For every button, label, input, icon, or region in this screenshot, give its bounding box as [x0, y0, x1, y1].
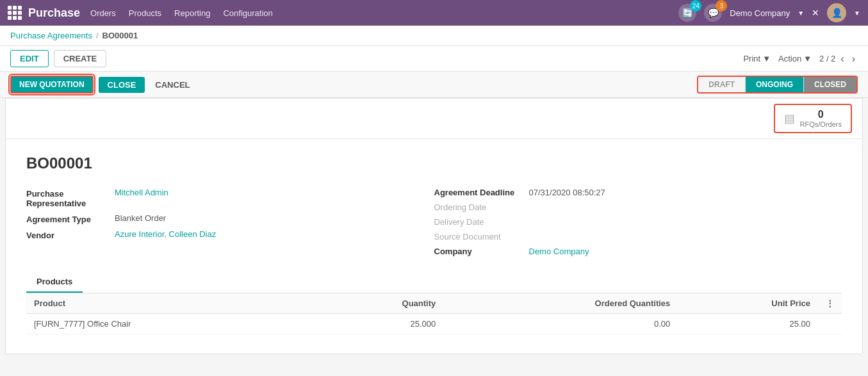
edit-button[interactable]: EDIT [10, 50, 49, 67]
document-body: BO00001 PurchaseRepresentative Mitchell … [6, 139, 862, 350]
breadcrumb-parent[interactable]: Purchase Agreements [10, 31, 92, 40]
close-icon[interactable]: ✕ [812, 8, 819, 18]
app-logo[interactable]: Purchase [8, 6, 80, 20]
col-quantity: Quantity [316, 293, 443, 314]
action-button[interactable]: Action ▼ [778, 54, 812, 63]
agreement-type-field: Agreement Type Blanket Order [26, 213, 434, 224]
company-dropdown-icon: ▼ [798, 10, 804, 17]
purchase-rep-label: PurchaseRepresentative [26, 188, 110, 208]
ordering-date-label: Ordering Date [434, 202, 524, 212]
table-row: [FURN_7777] Office Chair 25.000 0.00 25.… [26, 314, 842, 334]
rfq-button[interactable]: ▤ 0 RFQs/Orders [774, 104, 852, 133]
menu-products[interactable]: Products [129, 8, 161, 18]
agreement-type-value: Blanket Order [115, 213, 166, 223]
source-document-field: Source Document [434, 232, 842, 241]
rfq-count: 0 [800, 109, 842, 120]
print-label: Print [743, 54, 760, 63]
delivery-date-label: Delivery Date [434, 217, 524, 227]
vendor-label: Vendor [26, 229, 110, 240]
row-actions [818, 314, 842, 334]
product-unit-price: 25.00 [678, 314, 818, 334]
status-draft[interactable]: DRAFT [698, 77, 746, 92]
action-label: Action [778, 54, 801, 63]
close-button[interactable]: CLOSE [99, 77, 145, 93]
print-button[interactable]: Print ▼ [743, 54, 771, 63]
print-dropdown-icon: ▼ [762, 54, 771, 63]
sub-action-bar: NEW QUOTATION CLOSE CANCEL DRAFT ONGOING… [0, 72, 868, 98]
product-quantity: 25.000 [316, 314, 443, 334]
col-unit-price: Unit Price [678, 293, 818, 314]
messages-badge[interactable]: 💬 3 [704, 4, 722, 22]
status-ongoing[interactable]: ONGOING [746, 77, 804, 92]
col-actions: ⋮ [818, 293, 842, 314]
status-closed[interactable]: CLOSED [804, 77, 856, 92]
main-content: ▤ 0 RFQs/Orders BO00001 PurchaseRepresen… [0, 98, 868, 354]
rfq-label: RFQs/Orders [800, 120, 842, 128]
document-title: BO00001 [26, 154, 842, 172]
page-navigation: 2 / 2 ‹ › [819, 53, 858, 65]
products-table: Product Quantity Ordered Quantities Unit… [26, 293, 842, 334]
action-bar-right: Print ▼ Action ▼ 2 / 2 ‹ › [743, 53, 858, 65]
agreement-type-label: Agreement Type [26, 213, 110, 224]
rfq-icon: ▤ [784, 111, 795, 126]
ordering-date-field: Ordering Date [434, 202, 842, 212]
purchase-rep-field: PurchaseRepresentative Mitchell Admin [26, 188, 434, 208]
prev-page-button[interactable]: ‹ [838, 53, 846, 65]
topnav-right: 🔄 24 💬 3 Demo Company ▼ ✕ 👤 ▼ [678, 3, 860, 22]
content-area: ▤ 0 RFQs/Orders BO00001 PurchaseRepresen… [5, 98, 863, 354]
breadcrumb-separator: / [96, 31, 99, 40]
menu-configuration[interactable]: Configuration [223, 8, 272, 18]
agreement-deadline-value: 07/31/2020 08:50:27 [529, 188, 605, 197]
purchase-rep-value[interactable]: Mitchell Admin [115, 188, 168, 197]
left-fields: PurchaseRepresentative Mitchell Admin Ag… [26, 188, 434, 256]
create-button[interactable]: CREATE [54, 50, 106, 67]
status-bar-container: DRAFT ONGOING CLOSED [697, 76, 858, 94]
company-name[interactable]: Demo Company [730, 8, 790, 18]
tab-products[interactable]: Products [26, 272, 83, 293]
rfq-info: 0 RFQs/Orders [800, 109, 842, 128]
action-bar: EDIT CREATE Print ▼ Action ▼ 2 / 2 ‹ › [0, 46, 868, 72]
top-menu: Orders Products Reporting Configuration [90, 8, 273, 18]
messages-count: 3 [716, 0, 727, 12]
company-field: Company Demo Company [434, 247, 842, 256]
app-name: Purchase [28, 6, 80, 20]
company-value[interactable]: Demo Company [529, 247, 589, 256]
next-page-button[interactable]: › [849, 53, 858, 65]
new-quotation-button[interactable]: NEW QUOTATION [10, 76, 94, 94]
right-fields: Agreement Deadline 07/31/2020 08:50:27 O… [434, 188, 842, 256]
vendor-field: Vendor Azure Interior, Colleen Diaz [26, 229, 434, 240]
menu-orders[interactable]: Orders [90, 8, 116, 18]
tabs-bar: Products [26, 272, 842, 293]
updates-badge[interactable]: 🔄 24 [678, 4, 696, 22]
col-product: Product [26, 293, 316, 314]
col-ordered-qty: Ordered Quantities [443, 293, 678, 314]
action-dropdown-icon: ▼ [803, 54, 812, 63]
user-dropdown-icon: ▼ [854, 10, 860, 17]
fields-grid: PurchaseRepresentative Mitchell Admin Ag… [26, 188, 842, 256]
top-navigation: Purchase Orders Products Reporting Confi… [0, 0, 868, 26]
status-bar: DRAFT ONGOING CLOSED [697, 76, 858, 94]
breadcrumb-current: BO00001 [102, 31, 138, 40]
vendor-value[interactable]: Azure Interior, Colleen Diaz [115, 229, 216, 239]
grid-icon [8, 6, 22, 20]
table-header-row: Product Quantity Ordered Quantities Unit… [26, 293, 842, 314]
agreement-deadline-field: Agreement Deadline 07/31/2020 08:50:27 [434, 188, 842, 197]
source-document-label: Source Document [434, 232, 524, 241]
page-info: 2 / 2 [819, 54, 835, 63]
user-avatar[interactable]: 👤 [827, 3, 846, 22]
cancel-button[interactable]: CANCEL [150, 77, 195, 93]
rfq-bar: ▤ 0 RFQs/Orders [6, 99, 862, 139]
product-ordered-qty: 0.00 [443, 314, 678, 334]
breadcrumb: Purchase Agreements / BO00001 [0, 26, 868, 46]
updates-count: 24 [690, 0, 701, 12]
company-label: Company [434, 247, 524, 256]
product-name: [FURN_7777] Office Chair [26, 314, 316, 334]
agreement-deadline-label: Agreement Deadline [434, 188, 524, 197]
menu-reporting[interactable]: Reporting [174, 8, 210, 18]
delivery-date-field: Delivery Date [434, 217, 842, 227]
